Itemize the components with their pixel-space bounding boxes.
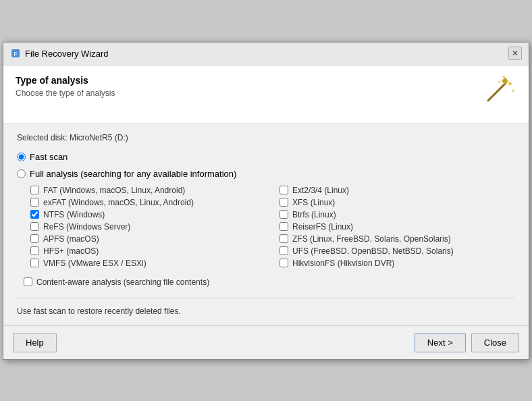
zfs-label: ZFS (Linux, FreeBSD, Solaris, OpenSolari… bbox=[292, 234, 451, 244]
title-bar: F File Recovery Wizard ✕ bbox=[3, 43, 529, 65]
btrfs-label: Btrfs (Linux) bbox=[292, 210, 336, 219]
refs-checkbox[interactable] bbox=[30, 222, 39, 231]
full-analysis-label: Full analysis (searching for any availab… bbox=[30, 169, 236, 179]
content-aware-label: Content-aware analysis (searching file c… bbox=[36, 277, 209, 287]
hikvision-label: HikvisionFS (Hikvision DVR) bbox=[292, 259, 394, 268]
checkbox-hikvision[interactable]: HikvisionFS (Hikvision DVR) bbox=[280, 259, 515, 268]
checkbox-btrfs[interactable]: Btrfs (Linux) bbox=[280, 210, 515, 219]
ntfs-label: NTFS (Windows) bbox=[43, 210, 105, 219]
filesystem-checkboxes: FAT (Windows, macOS, Linux, Android) Ext… bbox=[30, 186, 515, 268]
xfs-label: XFS (Linux) bbox=[292, 198, 335, 207]
checkbox-zfs[interactable]: ZFS (Linux, FreeBSD, Solaris, OpenSolari… bbox=[280, 234, 515, 244]
svg-line-2 bbox=[488, 83, 506, 101]
content-aware-checkbox[interactable] bbox=[24, 277, 32, 286]
svg-text:✦: ✦ bbox=[511, 88, 515, 93]
wizard-icon: ★ ✦ ✦ ★ bbox=[481, 72, 516, 113]
header-section: Type of analysis Choose the type of anal… bbox=[3, 65, 529, 124]
exfat-checkbox[interactable] bbox=[30, 198, 39, 207]
checkbox-hfsplus[interactable]: HFS+ (macOS) bbox=[30, 246, 266, 256]
vmfs-checkbox[interactable] bbox=[30, 259, 39, 267]
ufs-label: UFS (FreeBSD, OpenBSD, NetBSD, Solaris) bbox=[292, 246, 454, 256]
svg-text:✦: ✦ bbox=[502, 74, 506, 80]
checkbox-vmfs[interactable]: VMFS (VMware ESX / ESXi) bbox=[30, 259, 266, 268]
header-subtext: Choose the type of analysis bbox=[16, 88, 115, 98]
exfat-label: exFAT (Windows, macOS, Linux, Android) bbox=[43, 198, 194, 207]
header-text: Type of analysis Choose the type of anal… bbox=[16, 75, 115, 98]
svg-text:★: ★ bbox=[507, 80, 513, 87]
reiserfs-label: ReiserFS (Linux) bbox=[292, 222, 353, 232]
refs-label: ReFS (Windows Server) bbox=[43, 222, 130, 232]
btrfs-checkbox[interactable] bbox=[280, 210, 288, 219]
content-area: Selected disk: MicroNetR5 (D:) Fast scan… bbox=[3, 124, 529, 325]
title-bar-left: F File Recovery Wizard bbox=[10, 48, 109, 59]
fast-scan-option[interactable]: Fast scan bbox=[17, 152, 515, 162]
checkbox-reiserfs[interactable]: ReiserFS (Linux) bbox=[280, 222, 515, 232]
full-analysis-option[interactable]: Full analysis (searching for any availab… bbox=[17, 169, 515, 179]
close-title-bar-button[interactable]: ✕ bbox=[508, 47, 522, 60]
next-button[interactable]: Next > bbox=[415, 333, 466, 352]
dialog-title: File Recovery Wizard bbox=[25, 49, 109, 59]
fat-label: FAT (Windows, macOS, Linux, Android) bbox=[43, 186, 185, 195]
checkbox-xfs[interactable]: XFS (Linux) bbox=[280, 198, 515, 207]
checkbox-fat[interactable]: FAT (Windows, macOS, Linux, Android) bbox=[30, 186, 266, 195]
zfs-checkbox[interactable] bbox=[280, 234, 288, 243]
checkbox-ext2[interactable]: Ext2/3/4 (Linux) bbox=[280, 186, 515, 195]
hfsplus-label: HFS+ (macOS) bbox=[43, 246, 99, 256]
checkbox-exfat[interactable]: exFAT (Windows, macOS, Linux, Android) bbox=[30, 198, 266, 207]
reiserfs-checkbox[interactable] bbox=[280, 222, 288, 231]
ext2-checkbox[interactable] bbox=[280, 186, 288, 194]
checkbox-apfs[interactable]: APFS (macOS) bbox=[30, 234, 266, 244]
fast-scan-label: Fast scan bbox=[30, 152, 68, 162]
full-analysis-radio[interactable] bbox=[17, 169, 26, 178]
content-aware-section: Content-aware analysis (searching file c… bbox=[24, 277, 515, 287]
hint-text: Use fast scan to restore recently delete… bbox=[17, 298, 515, 316]
checkbox-ufs[interactable]: UFS (FreeBSD, OpenBSD, NetBSD, Solaris) bbox=[280, 246, 515, 256]
checkbox-ntfs[interactable]: NTFS (Windows) bbox=[30, 210, 266, 219]
fast-scan-radio[interactable] bbox=[17, 153, 26, 161]
svg-text:★: ★ bbox=[498, 80, 501, 84]
recovery-icon: F bbox=[10, 48, 21, 59]
svg-text:F: F bbox=[14, 51, 18, 57]
fat-checkbox[interactable] bbox=[30, 186, 39, 194]
dialog-close-button[interactable]: Close bbox=[471, 333, 519, 352]
footer-right-buttons: Next > Close bbox=[415, 333, 519, 352]
header-heading: Type of analysis bbox=[16, 75, 115, 86]
selected-disk-label: Selected disk: MicroNetR5 (D:) bbox=[17, 133, 515, 142]
dialog-window: F File Recovery Wizard ✕ Type of analysi… bbox=[3, 42, 529, 360]
ufs-checkbox[interactable] bbox=[280, 246, 288, 255]
hfsplus-checkbox[interactable] bbox=[30, 246, 39, 255]
ext2-label: Ext2/3/4 (Linux) bbox=[292, 186, 349, 195]
help-button[interactable]: Help bbox=[13, 333, 57, 352]
apfs-checkbox[interactable] bbox=[30, 234, 39, 243]
ntfs-checkbox[interactable] bbox=[30, 210, 39, 219]
content-aware-option[interactable]: Content-aware analysis (searching file c… bbox=[24, 277, 515, 287]
apfs-label: APFS (macOS) bbox=[43, 234, 99, 244]
xfs-checkbox[interactable] bbox=[280, 198, 288, 207]
footer: Help Next > Close bbox=[3, 325, 529, 359]
vmfs-label: VMFS (VMware ESX / ESXi) bbox=[43, 259, 147, 268]
checkbox-refs[interactable]: ReFS (Windows Server) bbox=[30, 222, 266, 232]
hikvision-checkbox[interactable] bbox=[280, 259, 288, 267]
